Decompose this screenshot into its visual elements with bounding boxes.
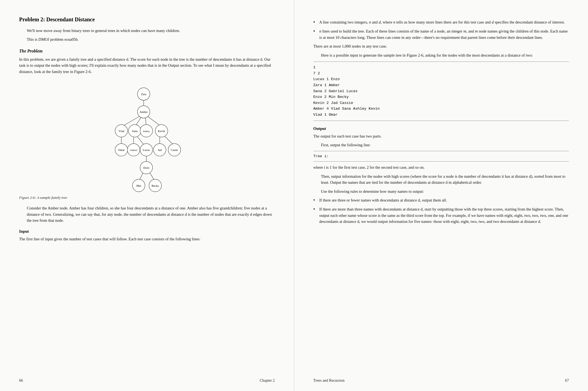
svg-text:Min: Min [136,184,141,187]
page-number-right: 67 [565,378,569,383]
svg-text:Jad: Jad [158,148,162,151]
output-p1: The output for each test case has two pa… [313,133,569,139]
code-line-5: Enzo 2 Min Becky [313,94,569,100]
intro-p2: This is DMOJ problem ecna05b. [27,36,275,42]
code-line-0: 1 [313,65,569,71]
code-line-1: 7 2 [313,71,569,77]
svg-text:Kevin: Kevin [158,130,165,133]
output-bullet-text-2: If there are more than three names with … [319,206,569,224]
section-output-heading: Output [313,126,569,131]
svg-text:Vlad: Vlad [119,130,124,133]
tree-diagram: Zara Amber Vlad Sana Ashley Kevin Omar [19,83,275,192]
code-line-6: Kevin 2 Jad Cassie [313,100,569,106]
bullet-item-2: • n lines used to build the tree. Each o… [313,28,569,40]
output-code-block: Tree i: [313,151,569,162]
tree-svg: Zara Amber Vlad Sana Ashley Kevin Omar [101,83,193,192]
section-problem-heading: The Problem [19,49,275,54]
output-where: where i is 1 for the first test case, 2 … [313,164,569,170]
svg-text:Zara: Zara [141,93,146,96]
svg-text:Enzo: Enzo [143,167,149,170]
problem-title: Problem 2: Descendant Distance [19,16,275,23]
svg-text:Sana: Sana [132,130,138,133]
right-page: • A line containing two integers, n and … [294,0,588,391]
svg-text:Becky: Becky [151,184,159,187]
output-bullet-2: • If there are more than three names wit… [313,206,569,224]
output-code-line: Tree i: [313,153,569,159]
tree-caption: Figure 2-6: A sample family tree [19,195,275,201]
output-bullet-dot-2: • [313,206,318,212]
output-rules: Use the following rules to determine how… [321,188,569,194]
chapter-label: Chapter 2 [260,378,275,383]
code-line-2: Lucas 1 Enzo [313,76,569,82]
section-input-heading: Input [19,229,275,234]
input-code-block: 1 7 2 Lucas 1 Enzo Zara 1 Amber Sana 2 G… [313,62,569,121]
output-bullets: • If there are three or fewer names with… [313,197,569,225]
bullet-item-1: • A line containing two integers, n and … [313,19,569,25]
right-page-footer: Trees and Recursion 67 [313,378,569,383]
output-bullet-1: • If there are three or fewer names with… [313,197,569,203]
svg-text:Lucas: Lucas [143,148,150,151]
left-page: Problem 2: Descendant Distance We'll now… [0,0,294,391]
bullet-dot-1: • [313,19,318,25]
consider-text: Consider the Amber node. Amber has four … [27,205,275,223]
svg-text:Cassie: Cassie [171,148,178,151]
left-page-footer: 66 Chapter 2 [19,378,275,383]
output-bullet-text-1: If there are three or fewer names with d… [319,197,447,203]
input-text: The first line of input gives the number… [19,236,275,242]
intro-p1: We'll now move away from binary trees to… [27,28,275,34]
code-line-8: Vlad 1 Omar [313,112,569,118]
footer-trees-label: Trees and Recursion [313,378,345,383]
max-nodes-text: There are at most 1,000 nodes in any tes… [313,43,569,49]
output-bullet-dot-1: • [313,197,318,203]
code-line-4: Sana 2 Gabriel Lucas [313,88,569,94]
code-line-7: Amber 4 Vlad Sana Ashley Kevin [313,106,569,112]
svg-text:Gabriel: Gabriel [130,149,137,151]
bullet-text-1: A line containing two integers, n and d,… [319,19,565,25]
input-bullets: • A line containing two integers, n and … [313,19,569,40]
sample-desc-text: Here is a possible input to generate the… [321,52,569,58]
page-number-left: 66 [19,378,23,383]
bullet-text-2: n lines used to build the tree. Each of … [319,28,569,40]
svg-text:Omar: Omar [118,148,125,151]
svg-text:Ashley: Ashley [143,130,150,133]
bullet-dot-2: • [313,28,318,34]
problem-body: In this problem, we are given a family t… [19,56,275,75]
code-line-3: Zara 1 Amber [313,82,569,88]
svg-text:Amber: Amber [140,111,148,114]
output-then: Then, output information for the nodes w… [321,173,569,186]
output-p2: First, output the following line: [321,142,569,148]
